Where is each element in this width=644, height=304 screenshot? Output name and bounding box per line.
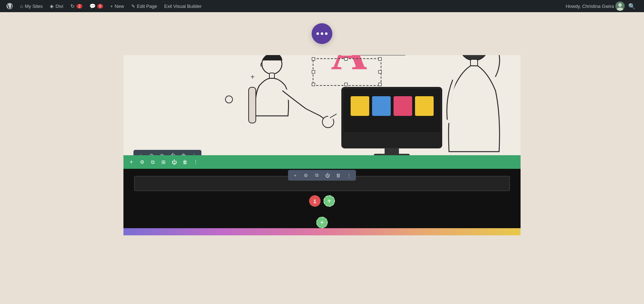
updates-menu[interactable]: ↻ 2 bbox=[67, 0, 86, 12]
black-section: + ⚙ ⧉ ⊞ ⏻ 🗑 ⋮ + ⚙ ⧉ ⏻ 🗑 bbox=[123, 155, 521, 235]
admin-bar: ⌂ My Sites ◈ Divi ↻ 2 💬 0 + New ✎ Edit P… bbox=[0, 0, 644, 12]
main-content: + A bbox=[0, 12, 644, 304]
more-module-button[interactable]: ⋮ bbox=[345, 172, 352, 179]
updates-badge: 2 bbox=[77, 4, 82, 9]
svg-rect-18 bbox=[379, 83, 381, 86]
clone-row-button[interactable]: ⧉ bbox=[149, 158, 156, 166]
svg-rect-23 bbox=[351, 96, 369, 116]
bubble-dots-icon bbox=[316, 30, 328, 37]
comments-badge: 0 bbox=[97, 4, 103, 9]
section-toolbar: + ⚙ ⧉ ⊞ ⏻ 🗑 ⋮ bbox=[123, 155, 521, 169]
section-add-row: + bbox=[123, 217, 521, 228]
disable-section-button[interactable]: ⏻ bbox=[169, 152, 176, 155]
svg-rect-12 bbox=[345, 58, 347, 60]
my-sites-menu[interactable]: ⌂ My Sites bbox=[16, 0, 46, 12]
divi-menu[interactable]: ◈ Divi bbox=[46, 0, 67, 12]
svg-rect-26 bbox=[415, 96, 434, 116]
module-container: + ⚙ ⧉ ⏻ 🗑 ⋮ 1 + bbox=[123, 169, 521, 214]
disable-module-button[interactable]: ⏻ bbox=[324, 172, 331, 179]
settings-module-button[interactable]: ⚙ bbox=[302, 172, 309, 179]
svg-point-39 bbox=[317, 33, 319, 35]
svg-rect-14 bbox=[312, 70, 315, 73]
comments-icon: 💬 bbox=[89, 3, 96, 9]
gradient-bar bbox=[123, 228, 521, 235]
edit-page-menu[interactable]: ✎ Edit Page bbox=[128, 0, 161, 12]
svg-rect-11 bbox=[312, 58, 315, 60]
sites-icon: ⌂ bbox=[20, 3, 23, 9]
search-icon[interactable]: 🔍 bbox=[626, 3, 638, 10]
updates-icon: ↻ bbox=[70, 3, 75, 9]
svg-point-2 bbox=[618, 3, 622, 7]
svg-point-41 bbox=[325, 33, 328, 35]
clone-module-button[interactable]: ⧉ bbox=[313, 172, 320, 179]
exit-visual-builder-button[interactable]: Exit Visual Builder bbox=[161, 0, 205, 12]
add-row-button[interactable]: + bbox=[128, 158, 135, 166]
wordpress-logo[interactable] bbox=[3, 0, 16, 12]
module-input[interactable]: + ⚙ ⧉ ⏻ 🗑 ⋮ bbox=[134, 176, 510, 191]
settings-row-button[interactable]: ⚙ bbox=[138, 158, 146, 166]
comments-menu[interactable]: 💬 0 bbox=[86, 0, 107, 12]
svg-rect-35 bbox=[249, 87, 256, 123]
edit-icon: ✎ bbox=[131, 4, 135, 9]
svg-rect-17 bbox=[345, 83, 347, 86]
more-row-button[interactable]: ⋮ bbox=[192, 158, 199, 166]
svg-text:+: + bbox=[250, 73, 255, 81]
delete-module-button[interactable]: 🗑 bbox=[335, 172, 342, 179]
clone-section-button[interactable]: ⧉ bbox=[158, 152, 166, 155]
column-number-badge: 1 bbox=[309, 195, 321, 207]
badge-row: 1 + bbox=[134, 195, 510, 207]
add-module-button[interactable]: + bbox=[292, 172, 299, 179]
svg-rect-25 bbox=[394, 96, 412, 116]
new-icon: + bbox=[110, 4, 113, 9]
admin-bar-right: Howdy, Christina Gwira 🔍 bbox=[566, 1, 641, 11]
section-left-toolbar: + ⚙ ⧉ ⏻ 🗑 ⋮ bbox=[133, 150, 201, 155]
svg-rect-16 bbox=[312, 83, 315, 86]
delete-row-button[interactable]: 🗑 bbox=[181, 158, 189, 166]
howdy-text: Howdy, Christina Gwira bbox=[566, 4, 614, 9]
add-section-button[interactable]: + bbox=[137, 152, 144, 155]
settings-section-button[interactable]: ⚙ bbox=[148, 152, 155, 155]
svg-rect-24 bbox=[372, 96, 391, 116]
more-section-button[interactable]: ⋮ bbox=[191, 152, 198, 155]
disable-row-button[interactable]: ⏻ bbox=[171, 158, 178, 166]
avatar[interactable] bbox=[615, 1, 625, 11]
svg-point-40 bbox=[321, 33, 323, 35]
delete-section-button[interactable]: 🗑 bbox=[180, 152, 187, 155]
module-toolbar: + ⚙ ⧉ ⏻ 🗑 ⋮ bbox=[288, 170, 356, 181]
svg-rect-15 bbox=[379, 70, 381, 73]
bottom-area bbox=[0, 12, 644, 55]
columns-row-button[interactable]: ⊞ bbox=[160, 158, 167, 166]
svg-rect-13 bbox=[379, 58, 381, 60]
new-menu[interactable]: + New bbox=[107, 0, 128, 12]
add-section-below-button[interactable]: + bbox=[316, 217, 328, 228]
add-module-plus-button[interactable]: + bbox=[323, 195, 335, 207]
divi-builder-bubble[interactable] bbox=[312, 23, 332, 44]
divi-icon: ◈ bbox=[50, 3, 54, 9]
